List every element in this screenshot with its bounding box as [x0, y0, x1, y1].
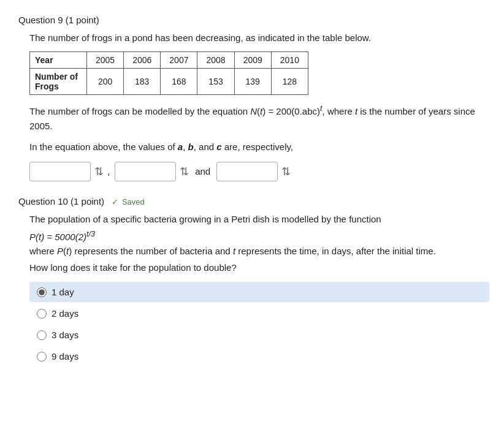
radio-3days[interactable]	[37, 330, 47, 340]
frogs-2006: 183	[124, 68, 161, 94]
frog-table: Year 2005 2006 2007 2008 2009 2010 Numbe…	[29, 51, 308, 95]
year-2009: 2009	[234, 51, 271, 68]
q10-formula: P(t) = 5000(2)t/3	[29, 230, 486, 242]
frogs-2009: 139	[234, 68, 271, 94]
and-label: and	[195, 166, 210, 176]
year-2010: 2010	[271, 51, 308, 68]
radio-2days[interactable]	[37, 309, 47, 319]
option-9days[interactable]: 9 days	[29, 346, 489, 366]
year-2006: 2006	[124, 51, 161, 68]
option-3days[interactable]: 3 days	[29, 325, 489, 345]
option-2days[interactable]: 2 days	[29, 303, 489, 324]
radio-1day[interactable]	[37, 287, 47, 297]
label-2days: 2 days	[52, 308, 78, 319]
equation-formula: N(t) = 200(0.abc)t	[250, 106, 322, 116]
frogs-label: Number ofFrogs	[30, 68, 87, 94]
q9-equation-text: The number of frogs can be modelled by t…	[29, 102, 486, 134]
q10-title-text: Question 10	[18, 196, 68, 207]
q10-body: The population of a specific bacteria gr…	[29, 213, 486, 367]
table-data-row: Number ofFrogs 200 183 168 153 139 128	[30, 68, 308, 94]
label-3days: 3 days	[52, 330, 78, 340]
question-9: Question 9 (1 point) The number of frogs…	[18, 15, 486, 181]
question-10: Question 10 (1 point) ✓ Saved The popula…	[18, 196, 486, 367]
input-b[interactable]	[115, 162, 176, 181]
q10-title: Question 10 (1 point) ✓ Saved	[18, 196, 486, 207]
q9-input-row: ⇅ , ⇅ and ⇅	[29, 162, 486, 181]
q9-title-text: Question 9	[18, 15, 63, 25]
arrow-icon-2[interactable]: ⇅	[180, 165, 189, 178]
label-9days: 9 days	[52, 351, 78, 362]
q9-points: (1 point)	[66, 15, 99, 25]
option-1day[interactable]: 1 day	[29, 282, 489, 302]
q10-where: where P(t) represents the number of bact…	[29, 244, 486, 259]
arrow-icon-3[interactable]: ⇅	[281, 165, 291, 178]
year-2005: 2005	[87, 51, 124, 68]
frogs-2008: 153	[197, 68, 234, 94]
label-1day: 1 day	[52, 287, 74, 297]
q10-howlong: How long does it take for the population…	[29, 261, 486, 275]
year-label: Year	[30, 51, 87, 68]
q10-intro: The population of a specific bacteria gr…	[29, 213, 486, 227]
q9-body: The number of frogs in a pond has been d…	[29, 31, 486, 181]
frogs-2007: 168	[161, 68, 197, 94]
q9-values-text: In the equation above, the values of a, …	[29, 140, 486, 154]
q9-intro: The number of frogs in a pond has been d…	[29, 31, 486, 45]
arrow-icon-1[interactable]: ⇅	[94, 165, 104, 178]
table-header-row: Year 2005 2006 2007 2008 2009 2010	[30, 51, 308, 68]
year-2007: 2007	[161, 51, 197, 68]
radio-9days[interactable]	[37, 352, 47, 362]
q9-title: Question 9 (1 point)	[18, 15, 486, 25]
frogs-2010: 128	[271, 68, 308, 94]
year-2008: 2008	[197, 51, 234, 68]
frogs-2005: 200	[87, 68, 124, 94]
input-c[interactable]	[216, 162, 278, 181]
saved-label: ✓ Saved	[112, 197, 145, 207]
input-a[interactable]	[29, 162, 91, 181]
q10-points: (1 point)	[71, 196, 104, 207]
checkmark-icon: ✓	[112, 197, 118, 207]
